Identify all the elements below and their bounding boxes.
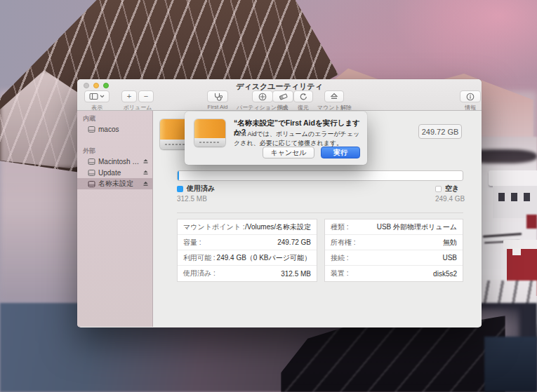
remove-volume-button[interactable]: − bbox=[138, 90, 154, 102]
divider bbox=[177, 212, 463, 213]
eject-icon[interactable] bbox=[142, 170, 149, 176]
volume-name: 名称未設定 bbox=[98, 179, 140, 189]
eraser-icon bbox=[279, 93, 288, 100]
first-aid-label: First Aid bbox=[208, 104, 228, 110]
free-value: 249.4 GB bbox=[435, 195, 465, 203]
table-row: 所有権 : 無効 bbox=[325, 235, 463, 250]
sidebar-view-icon bbox=[89, 93, 98, 100]
used-swatch bbox=[177, 186, 183, 192]
sidebar-item-update[interactable]: Update bbox=[77, 167, 152, 178]
wallpaper-red-barn bbox=[526, 215, 537, 229]
used-value: 312.5 MB bbox=[177, 195, 215, 203]
info-icon bbox=[466, 93, 475, 101]
eject-icon[interactable] bbox=[142, 181, 149, 187]
disk-icon bbox=[88, 169, 95, 177]
chevron-down-icon bbox=[100, 95, 105, 98]
sidebar-item-macintosh-hd-data[interactable]: Macintosh HD - Data bbox=[77, 156, 152, 167]
disk-icon bbox=[88, 126, 95, 133]
restore-arrow-icon bbox=[299, 93, 307, 101]
desktop: ディスクユーティリティ 表示 + bbox=[0, 0, 537, 392]
sidebar-item-macos[interactable]: macos bbox=[77, 123, 152, 135]
unmount-button[interactable] bbox=[324, 90, 344, 102]
volume-name: macos bbox=[98, 126, 149, 133]
partition-icon bbox=[258, 93, 267, 101]
run-button[interactable]: 実行 bbox=[321, 147, 360, 158]
legend-free: 空き 249.4 GB bbox=[435, 184, 465, 203]
add-volume-button[interactable]: + bbox=[121, 90, 137, 102]
erase-button[interactable] bbox=[272, 90, 293, 102]
sidebar-item-untitled[interactable]: 名称未設定 bbox=[77, 178, 152, 189]
wallpaper-white-house bbox=[491, 170, 537, 218]
table-row: 利用可能 : 249.4 GB（0 KBパージ可能） bbox=[178, 250, 317, 266]
eject-icon bbox=[330, 93, 338, 100]
sidebar-section-external: 外部 bbox=[77, 146, 152, 156]
table-row: 接続 : USB bbox=[325, 250, 463, 266]
dialog-body: First Aidでは、ボリュームのエラーがチェックされ、必要に応じて修復されま… bbox=[234, 130, 363, 147]
main-content: 249.72 GB 使用済み 312.5 MB 空き 2 bbox=[153, 111, 482, 327]
partition-button[interactable] bbox=[252, 90, 273, 102]
disk-icon bbox=[88, 180, 95, 188]
disk-icon bbox=[88, 158, 95, 165]
plus-icon: + bbox=[127, 93, 131, 100]
info-button[interactable] bbox=[460, 90, 481, 102]
disk-utility-window: ディスクユーティリティ 表示 + bbox=[77, 79, 482, 327]
volume-label: ボリューム bbox=[124, 104, 152, 111]
drive-icon bbox=[194, 119, 225, 147]
capacity-badge: 249.72 GB bbox=[418, 124, 462, 139]
used-label: 使用済み bbox=[187, 184, 215, 194]
free-swatch bbox=[435, 186, 442, 192]
free-label: 空き bbox=[445, 184, 459, 194]
view-label: 表示 bbox=[91, 104, 102, 111]
view-button[interactable] bbox=[84, 90, 110, 102]
volume-name: Update bbox=[98, 169, 140, 177]
usage-bar bbox=[177, 170, 463, 181]
minus-icon: − bbox=[144, 93, 148, 100]
window-header: ディスクユーティリティ 表示 + bbox=[77, 79, 482, 111]
sidebar-section-internal: 内蔵 bbox=[77, 114, 152, 123]
legend-used: 使用済み 312.5 MB bbox=[177, 184, 215, 203]
table-row: 使用済み : 312.5 MB bbox=[178, 266, 317, 281]
details-table-right: 種類 : USB 外部物理ボリューム 所有権 : 無効 接続 : USB 装 bbox=[324, 219, 463, 282]
details-table-left: マウントポイント : /Volumes/名称未設定 容量 : 249.72 GB… bbox=[177, 219, 317, 282]
eject-icon[interactable] bbox=[142, 158, 149, 165]
volume-name: Macintosh HD - Data bbox=[98, 158, 140, 165]
first-aid-dialog: “名称未設定”でFirst Aidを実行しますか? First Aidでは、ボリ… bbox=[185, 111, 367, 165]
restore-button[interactable] bbox=[293, 90, 313, 102]
wallpaper-water-channel bbox=[484, 337, 537, 392]
stethoscope-icon bbox=[213, 93, 223, 101]
cancel-button[interactable]: キャンセル bbox=[263, 147, 314, 158]
table-row: 容量 : 249.72 GB bbox=[178, 235, 317, 250]
first-aid-button[interactable] bbox=[207, 90, 228, 102]
sidebar: 内蔵 macos 外部 Macintosh HD - Data Update bbox=[77, 111, 153, 327]
usage-bar-used bbox=[178, 171, 179, 180]
table-row: 種類 : USB 外部物理ボリューム bbox=[325, 219, 463, 235]
table-row: マウントポイント : /Volumes/名称未設定 bbox=[178, 219, 317, 235]
table-row: 装置 : disk5s2 bbox=[325, 266, 463, 281]
